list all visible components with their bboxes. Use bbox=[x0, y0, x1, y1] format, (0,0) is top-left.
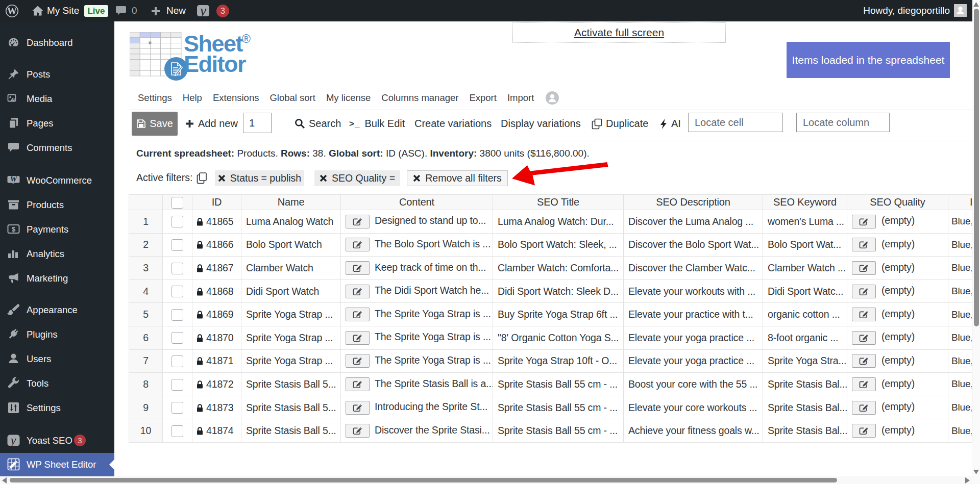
svg-text:W: W bbox=[7, 6, 17, 16]
svg-text:W: W bbox=[10, 175, 18, 183]
svg-text:y: y bbox=[199, 5, 207, 17]
svg-text:y: y bbox=[10, 434, 16, 447]
svg-text:$: $ bbox=[12, 225, 16, 233]
